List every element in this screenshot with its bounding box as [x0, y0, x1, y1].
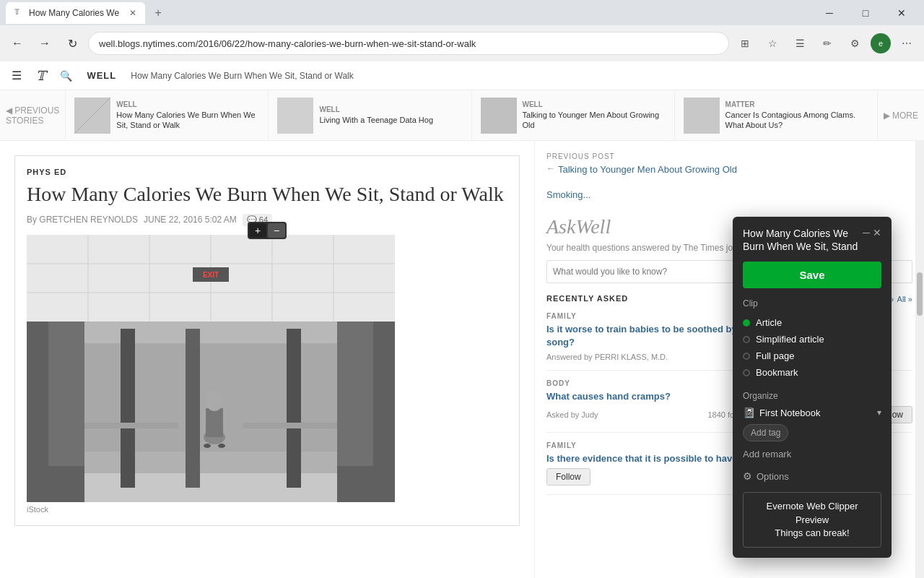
- edit-button[interactable]: ✏: [816, 32, 839, 55]
- tab-close-button[interactable]: ✕: [129, 8, 136, 18]
- clip-dot-bookmark: [743, 369, 750, 376]
- related-text-2: WELL Living With a Teenage Data Hog: [319, 105, 433, 125]
- evernote-save-button[interactable]: Save: [743, 262, 881, 288]
- popup-minimize-button[interactable]: ─: [863, 227, 870, 238]
- follow-button-3[interactable]: Follow: [546, 468, 590, 486]
- organize-section: Organize 📓 First Notebook ▾ Add tag Add …: [743, 391, 881, 460]
- related-text-1: WELL How Many Calories We Burn When We S…: [116, 100, 259, 131]
- browser-tab[interactable]: 𝕋 How Many Calories We ✕: [6, 2, 145, 24]
- smoking-link[interactable]: Smoking...: [546, 189, 590, 200]
- smoking-link-container: Smoking...: [546, 188, 912, 201]
- add-tag-button[interactable]: Add tag: [743, 424, 788, 441]
- clip-option-article[interactable]: Article: [743, 314, 881, 331]
- notebook-chevron-icon: ▾: [877, 407, 881, 418]
- forward-button[interactable]: →: [33, 32, 56, 55]
- related-text-4: MATTER Cancer Is Contagious Among Clams.…: [725, 100, 868, 131]
- article-image-container: + −: [27, 235, 507, 514]
- related-thumb-4: [684, 98, 720, 134]
- browser-actions: ⊞ ☆ ☰ ✏ ⚙ e ⋯: [733, 32, 918, 55]
- zoom-out-button[interactable]: −: [268, 223, 285, 238]
- svg-rect-20: [337, 322, 373, 466]
- popup-title: How Many Calories We Burn When We Sit, S…: [743, 227, 863, 253]
- scrollbar-thumb[interactable]: [917, 272, 923, 316]
- clip-dot-simplified: [743, 336, 750, 343]
- clip-option-label-bookmark: Bookmark: [756, 367, 798, 378]
- clip-option-fullpage[interactable]: Full page: [743, 348, 881, 364]
- options-gear-icon: ⚙: [743, 470, 752, 482]
- nav-section[interactable]: WELL: [87, 70, 116, 81]
- clip-dot-fullpage: [743, 353, 750, 360]
- svg-rect-23: [287, 329, 301, 488]
- menu-button[interactable]: ☰: [788, 32, 811, 55]
- prev-title[interactable]: Talking to Younger Men About Growing Old: [558, 163, 737, 176]
- next-arrow[interactable]: ▶ MORE: [878, 90, 924, 140]
- popup-close-button[interactable]: ✕: [873, 227, 881, 238]
- zoom-in-button[interactable]: +: [249, 223, 266, 238]
- reader-view-button[interactable]: ⊞: [733, 32, 757, 55]
- svg-rect-4: [684, 98, 720, 134]
- svg-rect-26: [206, 408, 223, 437]
- address-bar: ← → ↻ well.blogs.nytimes.com/2016/06/22/…: [0, 25, 924, 61]
- maximize-button[interactable]: □: [849, 2, 882, 24]
- refresh-button[interactable]: ↻: [61, 32, 84, 55]
- clip-section: Clip Article Simplified article Full pag…: [743, 298, 881, 381]
- svg-rect-24: [186, 329, 200, 488]
- clip-option-bookmark[interactable]: Bookmark: [743, 364, 881, 381]
- more-options-button[interactable]: ⋯: [895, 32, 918, 55]
- evernote-preview-button[interactable]: Evernote Web Clipper PreviewThings can b…: [743, 492, 881, 548]
- related-item-1[interactable]: WELL How Many Calories We Burn When We S…: [66, 90, 269, 140]
- svg-rect-18: [48, 322, 84, 466]
- nav-article-title: How Many Calories We Burn When We Sit, S…: [131, 71, 354, 81]
- article-title: How Many Calories We Burn When We Sit, S…: [27, 182, 507, 207]
- prev-arrow[interactable]: ◀ PREVIOUSSTORIES: [0, 90, 66, 140]
- hamburger-menu[interactable]: ☰: [12, 69, 22, 82]
- back-button[interactable]: ←: [6, 32, 29, 55]
- options-row[interactable]: ⚙ Options: [743, 470, 881, 482]
- notebook-name: First Notebook: [759, 407, 873, 418]
- clip-label: Clip: [743, 298, 881, 309]
- related-item-3[interactable]: WELL Talking to Younger Men About Growin…: [472, 90, 675, 140]
- add-remark-button[interactable]: Add remark: [743, 449, 791, 460]
- related-text-3: WELL Talking to Younger Men About Growin…: [523, 100, 666, 131]
- svg-text:EXIT: EXIT: [203, 271, 219, 279]
- remark-row: Add remark: [743, 447, 881, 460]
- close-button[interactable]: ✕: [885, 2, 918, 24]
- zoom-controls: + −: [248, 222, 287, 239]
- related-item-4[interactable]: MATTER Cancer Is Contagious Among Clams.…: [675, 90, 878, 140]
- byline-text: By GRETCHEN REYNOLDS: [27, 215, 138, 225]
- related-thumb-1: [74, 98, 110, 134]
- qa-asked-by-2: Asked by Judy: [546, 410, 598, 419]
- search-icon[interactable]: 🔍: [60, 70, 72, 82]
- tag-row: Add tag: [743, 424, 881, 441]
- notebook-row[interactable]: 📓 First Notebook ▾: [743, 407, 881, 418]
- related-item-2[interactable]: WELL Living With a Teenage Data Hog: [269, 90, 471, 140]
- all-questions-link[interactable]: All »: [897, 295, 912, 303]
- clip-option-simplified[interactable]: Simplified article: [743, 331, 881, 348]
- main-area: PHYS ED How Many Calories We Burn When W…: [0, 141, 924, 578]
- notebook-icon: 📓: [743, 407, 755, 418]
- clip-dot-article: [743, 319, 750, 327]
- related-thumb-3: [481, 98, 517, 134]
- svg-rect-3: [481, 98, 517, 134]
- extensions-button[interactable]: ⚙: [843, 32, 866, 55]
- article-image: EXIT: [27, 235, 395, 502]
- url-text: well.blogs.nytimes.com/2016/06/22/how-ma…: [99, 38, 718, 49]
- browser-frame: 𝕋 How Many Calories We ✕ + ─ □ ✕ ← → ↻ w…: [0, 0, 924, 578]
- article-column: PHYS ED How Many Calories We Burn When W…: [0, 141, 534, 578]
- clip-option-label-article: Article: [756, 317, 782, 328]
- evernote-clipper-popup: How Many Calories We Burn When We Sit, S…: [733, 217, 892, 558]
- article-category: PHYS ED: [27, 168, 507, 176]
- page-nav: ☰ 𝕋 🔍 WELL How Many Calories We Burn Whe…: [0, 61, 924, 90]
- evernote-extension-button[interactable]: e: [871, 33, 891, 53]
- organize-label: Organize: [743, 391, 881, 401]
- svg-point-27: [206, 391, 223, 411]
- scrollbar[interactable]: [915, 141, 924, 578]
- url-bar[interactable]: well.blogs.nytimes.com/2016/06/22/how-ma…: [88, 32, 729, 55]
- title-bar: 𝕋 How Many Calories We ✕ + ─ □ ✕: [0, 0, 924, 25]
- new-tab-button[interactable]: +: [148, 3, 168, 23]
- related-thumb-2: [277, 98, 313, 134]
- minimize-button[interactable]: ─: [813, 2, 846, 24]
- bookmark-button[interactable]: ☆: [761, 32, 784, 55]
- prev-label: PREVIOUS POST: [546, 152, 912, 160]
- popup-close-buttons: ─ ✕: [863, 227, 881, 238]
